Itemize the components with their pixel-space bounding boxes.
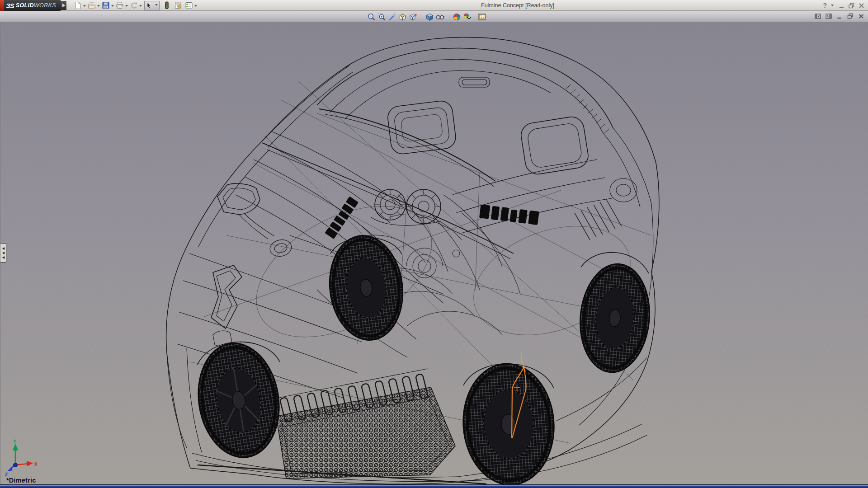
headlight-pod-right (406, 189, 441, 224)
print-button[interactable] (115, 0, 124, 10)
print-icon (116, 1, 124, 9)
title-bar: ЗSSOLIDWORKS (0, 0, 868, 11)
undo-icon (130, 1, 138, 9)
collapse-arrow-icon (1, 247, 5, 250)
restore-button[interactable] (848, 2, 855, 9)
collapse-arrow-icon (1, 252, 5, 254)
rear-vent-slats (575, 199, 622, 240)
close-button[interactable] (858, 2, 865, 9)
view-orientation-label: *Dimetric (6, 477, 36, 484)
wheel-front-right[interactable] (324, 231, 408, 344)
document-window-controls (815, 13, 864, 19)
help-icon[interactable]: ? (823, 2, 827, 9)
restore-document-button[interactable] (847, 13, 854, 19)
save-dropdown-caret[interactable] (111, 5, 114, 8)
open-dropdown-caret[interactable] (97, 5, 100, 8)
document-bar (0, 11, 868, 22)
undo-button[interactable] (129, 0, 138, 10)
zoom-to-fit-icon (367, 13, 376, 21)
reference-triad: Y X Z (3, 440, 45, 478)
select-cursor-icon (145, 1, 153, 9)
apply-scene-ball-icon (453, 13, 461, 21)
heads-up-view-toolbar (366, 12, 487, 22)
edit-appearance-ball-icon (463, 13, 472, 21)
main-toolbar (73, 0, 198, 10)
display-style-icon (425, 13, 434, 21)
window-controls: ? (823, 1, 865, 10)
triad-y-label: Y (13, 440, 16, 444)
new-document-button[interactable] (73, 0, 82, 10)
brand-logo-rear (479, 204, 539, 225)
select-dropdown-caret[interactable] (155, 4, 158, 7)
wireframe-model[interactable] (0, 22, 868, 484)
file-properties-button[interactable] (174, 0, 183, 10)
view-settings-button[interactable] (478, 13, 486, 21)
logo-text-works: WORKS (34, 2, 56, 9)
display-style-button[interactable] (425, 13, 434, 21)
zoom-to-fit-button[interactable] (367, 13, 376, 21)
headlight-left (211, 265, 242, 346)
section-view-icon (398, 13, 407, 21)
logo-red-strip (0, 0, 4, 11)
help-dropdown-caret[interactable] (831, 5, 834, 8)
open-document-icon (88, 1, 96, 9)
view-settings-frame-icon (478, 13, 486, 21)
save-button[interactable] (101, 0, 110, 10)
close-document-button[interactable] (858, 13, 864, 19)
zoom-to-area-icon (377, 13, 386, 21)
options-button[interactable] (184, 0, 193, 10)
apply-scene-button[interactable] (453, 13, 461, 21)
front-mesh-grille (276, 387, 455, 479)
toggle-pane-right-button[interactable] (826, 13, 832, 19)
triad-x-label: X (34, 462, 38, 467)
seat-opening-left (387, 100, 457, 155)
new-dropdown-caret[interactable] (83, 5, 86, 8)
minimize-document-button[interactable] (836, 13, 843, 19)
select-tool-button[interactable] (144, 1, 160, 10)
file-properties-icon (174, 1, 182, 9)
wheel-rear-right[interactable] (576, 261, 654, 375)
previous-view-button[interactable] (388, 13, 396, 21)
hide-show-items-button[interactable] (436, 13, 444, 21)
view-orientation-button[interactable] (409, 13, 417, 21)
side-mirror (217, 183, 274, 239)
view-orientation-icon (409, 13, 417, 21)
toggle-pane-left-button[interactable] (815, 13, 821, 19)
menu-flyout-arrow-icon[interactable] (61, 1, 66, 10)
new-document-icon (74, 1, 82, 9)
save-icon (102, 1, 110, 9)
feature-manager-flyout-tab[interactable] (0, 243, 6, 263)
logo-text-solid: SOLID (16, 2, 34, 9)
seat-opening-right (519, 115, 590, 176)
window-title: Fulmine Concept [Read-only] (481, 2, 554, 9)
rear-ring-detail (610, 178, 637, 202)
options-checklist-icon (185, 1, 193, 9)
solidworks-logo-mark: ЗS (6, 2, 14, 9)
taskbar-edge[interactable] (0, 484, 868, 488)
options-dropdown-caret[interactable] (194, 5, 197, 8)
open-document-button[interactable] (87, 0, 96, 10)
solidworks-logo: ЗSSOLIDWORKS (0, 0, 61, 11)
rebuild-button[interactable] (162, 0, 171, 10)
edit-appearance-button[interactable] (463, 13, 472, 21)
graphics-viewport[interactable]: Y X Z *Dimetric (0, 22, 868, 484)
print-dropdown-caret[interactable] (125, 5, 128, 8)
undo-dropdown-caret[interactable] (139, 5, 142, 8)
section-view-button[interactable] (398, 13, 407, 21)
collapse-arrow-icon (1, 256, 5, 259)
eyeglasses-icon (436, 13, 444, 21)
previous-view-icon (388, 13, 396, 21)
wheel-front-left[interactable] (190, 338, 287, 463)
solidworks-window: ЗSSOLIDWORKS (0, 0, 868, 488)
minimize-button[interactable] (838, 2, 845, 9)
zoom-to-area-button[interactable] (377, 13, 386, 21)
headlight-pod-left (375, 189, 406, 220)
rebuild-traffic-light-icon (163, 1, 171, 9)
wheel-rear-left[interactable] (459, 361, 558, 484)
